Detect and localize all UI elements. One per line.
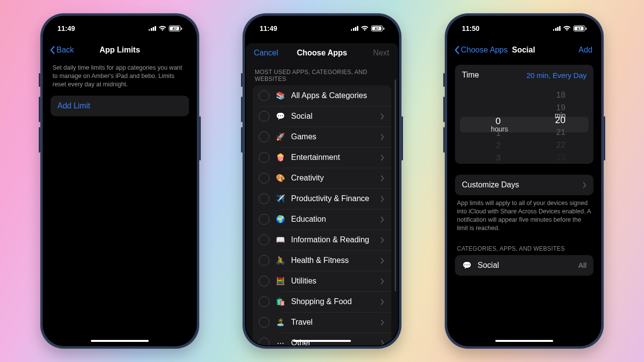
social-icon: 💬 bbox=[462, 260, 472, 270]
chevron-right-icon bbox=[380, 237, 384, 243]
radio-unselected[interactable] bbox=[259, 337, 269, 345]
mins-unit: min bbox=[555, 111, 566, 119]
customize-label: Customize Days bbox=[462, 181, 579, 189]
category-icon: 🚀 bbox=[275, 132, 285, 142]
chevron-right-icon bbox=[380, 134, 384, 140]
category-row[interactable]: 🚴Health & Fitness bbox=[253, 250, 391, 271]
back-button[interactable]: Back bbox=[50, 46, 74, 54]
chevron-right-icon bbox=[380, 319, 384, 326]
chevron-right-icon bbox=[380, 113, 384, 120]
category-trail: All bbox=[578, 261, 587, 269]
radio-unselected[interactable] bbox=[259, 296, 269, 307]
chevron-right-icon bbox=[583, 182, 587, 188]
chevron-right-icon bbox=[380, 155, 384, 161]
dynamic-island bbox=[298, 22, 346, 34]
radio-unselected[interactable] bbox=[259, 193, 269, 204]
radio-unselected[interactable] bbox=[259, 255, 269, 266]
category-icon: 🚴 bbox=[275, 256, 285, 265]
category-label: Education bbox=[291, 215, 376, 224]
add-limit-card: Add Limit bbox=[51, 96, 189, 116]
selected-categories: 💬 Social All bbox=[455, 255, 593, 276]
category-row[interactable]: 🚀Games bbox=[253, 127, 391, 147]
footnote: App limits will apply to all of your dev… bbox=[455, 195, 593, 239]
add-button[interactable]: Add bbox=[579, 46, 592, 54]
category-icon: 💬 bbox=[275, 111, 285, 121]
time-row[interactable]: Time 20 min, Every Day bbox=[455, 65, 593, 85]
radio-unselected[interactable] bbox=[259, 152, 269, 163]
dynamic-island bbox=[96, 22, 143, 34]
chevron-right-icon bbox=[380, 216, 384, 223]
category-label: Games bbox=[291, 132, 376, 141]
clock: 11:50 bbox=[462, 25, 480, 32]
category-label: Utilities bbox=[291, 277, 376, 285]
cellular-icon bbox=[351, 26, 358, 31]
section-header: MOST USED APPS, CATEGORIES, AND WEBSITES bbox=[253, 63, 391, 85]
home-indicator[interactable] bbox=[495, 340, 553, 342]
back-button[interactable]: Choose Apps bbox=[454, 46, 508, 54]
next-button[interactable]: Next bbox=[373, 49, 389, 57]
phone-social-limit: 11:50 87 Choose Apps Social Add Time bbox=[445, 13, 604, 349]
clock: 11:49 bbox=[57, 25, 75, 32]
cancel-button[interactable]: Cancel bbox=[254, 49, 278, 57]
category-label: All Apps & Categories bbox=[291, 91, 384, 100]
battery-icon: 87 bbox=[371, 26, 384, 31]
radio-unselected[interactable] bbox=[259, 214, 269, 225]
category-row[interactable]: 🌍Education bbox=[253, 209, 391, 230]
radio-unselected[interactable] bbox=[259, 90, 269, 101]
chevron-right-icon bbox=[380, 175, 384, 181]
hours-column[interactable]: 0 1 2 3 hours bbox=[463, 90, 522, 164]
back-label: Back bbox=[56, 46, 74, 54]
wifi-icon bbox=[361, 26, 369, 31]
category-row[interactable]: 📖Information & Reading bbox=[253, 230, 391, 250]
category-row[interactable]: 🏝️Travel bbox=[253, 312, 391, 333]
customize-days-row[interactable]: Customize Days bbox=[455, 175, 593, 195]
chevron-right-icon bbox=[380, 278, 384, 284]
cellular-icon bbox=[553, 26, 561, 31]
time-picker[interactable]: 0 1 2 3 hours 17 18 19 20 21 22 bbox=[455, 85, 593, 164]
chevron-right-icon bbox=[380, 258, 384, 264]
category-row[interactable]: 🧮Utilities bbox=[253, 271, 391, 291]
radio-unselected[interactable] bbox=[259, 173, 269, 183]
radio-unselected[interactable] bbox=[259, 234, 269, 245]
chevron-left-icon bbox=[454, 46, 460, 54]
nav-bar: Back App Limits bbox=[44, 40, 196, 60]
category-row[interactable]: 📚All Apps & Categories bbox=[253, 85, 391, 106]
category-row[interactable]: 🎨Creativity bbox=[253, 168, 391, 188]
category-label: Information & Reading bbox=[291, 235, 376, 244]
category-icon: 📚 bbox=[275, 91, 285, 101]
minutes-column[interactable]: 17 18 19 20 21 22 23 min bbox=[526, 85, 585, 164]
add-limit-button[interactable]: Add Limit bbox=[51, 96, 189, 116]
category-row[interactable]: ✈️Productivity & Finance bbox=[253, 188, 391, 209]
radio-unselected[interactable] bbox=[259, 317, 269, 328]
category-icon: 🎨 bbox=[275, 173, 285, 183]
category-icon: 🧮 bbox=[275, 276, 285, 286]
add-limit-label: Add Limit bbox=[57, 102, 90, 110]
battery-icon: 87 bbox=[169, 26, 182, 31]
battery-icon: 87 bbox=[573, 26, 587, 31]
category-label: Social bbox=[478, 261, 578, 270]
page-title: App Limits bbox=[100, 46, 140, 54]
category-icon: ⋯ bbox=[275, 338, 285, 345]
category-row[interactable]: 🍿Entertainment bbox=[253, 147, 391, 168]
dynamic-island bbox=[501, 22, 548, 34]
home-indicator[interactable] bbox=[91, 340, 149, 342]
cellular-icon bbox=[149, 26, 156, 31]
radio-unselected[interactable] bbox=[259, 276, 269, 286]
description-text: Set daily time limits for app categories… bbox=[51, 60, 189, 96]
category-row[interactable]: 🛍️Shopping & Food bbox=[253, 291, 391, 312]
category-row[interactable]: ⋯Other bbox=[253, 333, 391, 345]
radio-unselected[interactable] bbox=[259, 111, 269, 122]
category-row-social[interactable]: 💬 Social All bbox=[455, 255, 593, 276]
scroll-indicator[interactable] bbox=[395, 79, 396, 291]
chevron-right-icon bbox=[380, 196, 384, 202]
category-label: Creativity bbox=[291, 174, 376, 182]
time-label: Time bbox=[462, 71, 526, 79]
category-row[interactable]: 💬Social bbox=[253, 106, 391, 127]
modal-title: Choose Apps bbox=[297, 49, 348, 57]
phone-app-limits: 11:49 87 Back App Limits Set daily time … bbox=[40, 13, 199, 349]
home-indicator[interactable] bbox=[293, 340, 351, 342]
category-icon: 🏝️ bbox=[275, 317, 285, 327]
category-icon: 🍿 bbox=[275, 153, 285, 162]
customize-card: Customize Days bbox=[455, 175, 593, 195]
radio-unselected[interactable] bbox=[259, 131, 269, 142]
